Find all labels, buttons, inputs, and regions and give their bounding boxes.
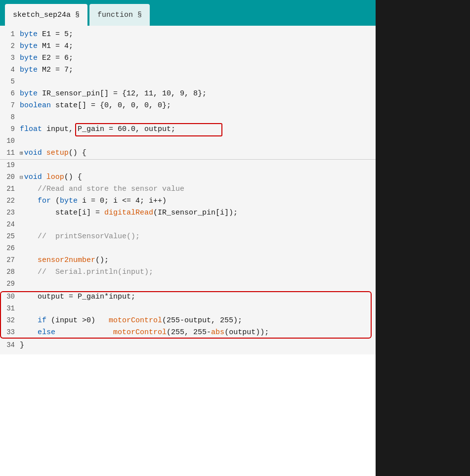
code-line-5: 5 (0, 76, 376, 88)
line-content-28: // Serial.println(input); (20, 266, 376, 278)
code-line-19: 19 (0, 160, 376, 172)
line-num-9: 9 (0, 124, 20, 135)
code-line-2: 2 byte M1 = 4; (0, 41, 376, 52)
line-content-3: byte E2 = 6; (20, 52, 376, 64)
code-line-10: 10 (0, 135, 376, 147)
line-num-19: 19 (0, 160, 20, 171)
line-num-28: 28 (0, 267, 20, 278)
code-line-22: 22 for (byte i = 0; i <= 4; i++) (0, 195, 376, 207)
code-line-3: 3 byte E2 = 6; (0, 52, 376, 64)
tab-sketch[interactable]: sketch_sep24a § (5, 4, 87, 26)
line-content-2: byte M1 = 4; (20, 41, 376, 52)
code-line-6: 6 byte IR_sensor_pin[] = {12, 11, 10, 9,… (0, 88, 376, 100)
code-line-30: 30 output = P_gain*input; (0, 291, 372, 303)
line-content-11: ⊞void setup() { (20, 147, 376, 159)
code-line-7: 7 boolean state[] = {0, 0, 0, 0, 0}; (0, 100, 376, 112)
code-line-24: 24 (0, 219, 376, 231)
line-num-30: 30 (0, 292, 20, 303)
line-content-7: boolean state[] = {0, 0, 0, 0, 0}; (20, 100, 376, 111)
line-num-26: 26 (0, 243, 20, 254)
line-num-20: 20 (0, 172, 20, 183)
line-content-30: output = P_gain*input; (20, 291, 372, 303)
tab-sketch-label: sketch_sep24a § (13, 11, 80, 19)
line-content-5 (20, 76, 376, 87)
tab-bar: sketch_sep24a § function § (0, 0, 376, 26)
code-line-21: 21 //Read and store the sensor value (0, 183, 376, 195)
code-line-20: 20 ⊟void loop() { (0, 172, 376, 183)
line-content-24 (20, 219, 376, 230)
code-line-29: 29 (0, 278, 376, 290)
code-line-26: 26 (0, 243, 376, 255)
line-num-8: 8 (0, 112, 20, 123)
line-content-8 (20, 112, 376, 123)
line-num-4: 4 (0, 65, 20, 76)
line-num-1: 1 (0, 29, 20, 40)
line-content-6: byte IR_sensor_pin[] = {12, 11, 10, 9, 8… (20, 88, 376, 99)
code-line-1: 1 byte E1 = 5; (0, 29, 376, 41)
code-line-8: 8 (0, 112, 376, 124)
line-num-21: 21 (0, 184, 20, 195)
line-num-24: 24 (0, 219, 20, 230)
line-num-27: 27 (0, 255, 20, 266)
line-content-9: float input, P_gain = 60.0, output; (20, 124, 376, 135)
line-num-2: 2 (0, 41, 20, 52)
code-line-27: 27 sensor2number(); (0, 255, 376, 266)
line-content-31 (20, 303, 372, 314)
line-num-11: 11 (0, 148, 20, 159)
line-content-19 (20, 160, 376, 171)
code-line-34: 34 } (0, 340, 376, 351)
line-content-26 (20, 243, 376, 254)
line-num-5: 5 (0, 77, 20, 87)
code-line-23: 23 state[i] = digitalRead(IR_sensor_pin[… (0, 207, 376, 219)
line-content-22: for (byte i = 0; i <= 4; i++) (20, 195, 376, 207)
code-line-9: 9 float input, P_gain = 60.0, output; (0, 124, 376, 135)
tab-function-label: function § (97, 11, 142, 19)
line-num-3: 3 (0, 53, 20, 64)
line-num-29: 29 (0, 279, 20, 290)
code-line-25: 25 // printSensorValue(); (0, 231, 376, 243)
code-line-28: 28 // Serial.println(input); (0, 266, 376, 278)
code-area: 1 byte E1 = 5; 2 byte M1 = 4; 3 byte E2 … (0, 26, 376, 354)
highlight-region-30-33: 30 output = P_gain*input; 31 32 if (inpu… (0, 291, 372, 339)
line-num-31: 31 (0, 303, 20, 314)
line-num-6: 6 (0, 88, 20, 99)
line-num-7: 7 (0, 100, 20, 111)
code-line-4: 4 byte M2 = 7; (0, 64, 376, 76)
line-content-23: state[i] = digitalRead(IR_sensor_pin[i])… (20, 207, 376, 218)
code-line-11: 11 ⊞void setup() { (0, 147, 376, 159)
line-content-34: } (20, 340, 376, 351)
line-num-10: 10 (0, 136, 20, 147)
line-content-10 (20, 135, 376, 147)
line-content-20: ⊟void loop() { (20, 172, 376, 183)
line-content-25: // printSensorValue(); (20, 231, 376, 242)
line-num-32: 32 (0, 315, 20, 326)
line-content-32: if (input >0) motorControl(255-output, 2… (20, 315, 372, 326)
line-content-1: byte E1 = 5; (20, 29, 376, 40)
code-line-32: 32 if (input >0) motorControl(255-output… (0, 315, 372, 327)
line-content-29 (20, 278, 376, 290)
line-content-33: else motorControl(255, 255-abs(output)); (20, 327, 372, 338)
line-content-4: byte M2 = 7; (20, 64, 376, 76)
line-num-23: 23 (0, 208, 20, 218)
line-content-27: sensor2number(); (20, 255, 376, 266)
tab-function[interactable]: function § (89, 4, 150, 26)
code-line-31: 31 (0, 303, 372, 315)
editor-container: sketch_sep24a § function § 1 byte E1 = 5… (0, 0, 376, 476)
line-num-33: 33 (0, 327, 20, 338)
line-num-22: 22 (0, 196, 20, 207)
line-num-34: 34 (0, 340, 20, 351)
code-line-33: 33 else motorControl(255, 255-abs(output… (0, 327, 372, 339)
line-num-25: 25 (0, 231, 20, 242)
line-content-21: //Read and store the sensor value (20, 183, 376, 195)
